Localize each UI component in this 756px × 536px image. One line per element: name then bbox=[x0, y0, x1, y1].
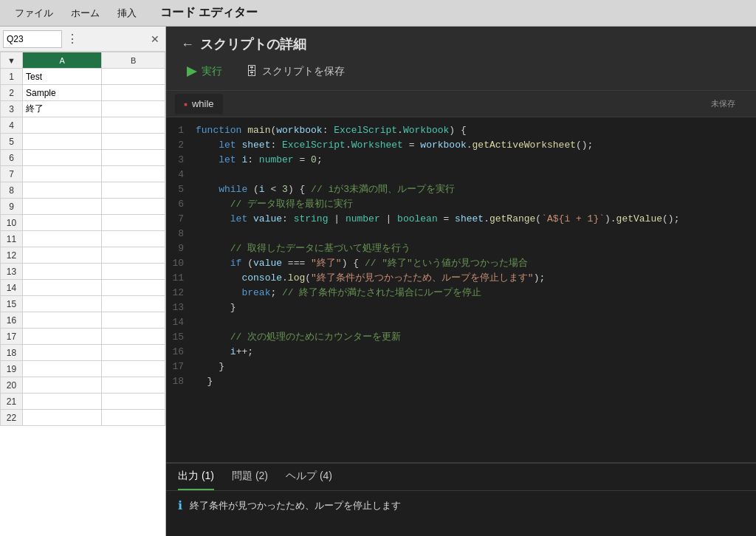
line-number: 1 bbox=[166, 123, 196, 138]
save-button[interactable]: 🗄 スクリプトを保存 bbox=[240, 62, 351, 81]
tab-file-icon: ▪ bbox=[184, 98, 188, 110]
cell-a4[interactable] bbox=[23, 117, 102, 134]
row-header: 17 bbox=[1, 329, 23, 345]
line-number: 5 bbox=[166, 182, 196, 197]
line-code: } bbox=[196, 374, 756, 389]
cell-a17[interactable] bbox=[23, 329, 102, 345]
run-button[interactable]: 実行 bbox=[181, 62, 228, 81]
cell-a3[interactable]: 終了 bbox=[23, 101, 102, 117]
cell-b5[interactable] bbox=[102, 134, 165, 150]
line-number: 4 bbox=[166, 168, 196, 182]
cell-a10[interactable] bbox=[23, 215, 102, 231]
line-number: 14 bbox=[166, 315, 196, 330]
table-row: 3 終了 bbox=[1, 101, 165, 117]
cell-a19[interactable] bbox=[23, 361, 102, 377]
cell-b14[interactable] bbox=[102, 280, 165, 296]
tab-name-label: while bbox=[192, 98, 214, 109]
bottom-tab-1[interactable]: 問題 (2) bbox=[232, 470, 268, 490]
col-header-a[interactable]: A bbox=[23, 52, 102, 69]
cell-ref-menu-icon[interactable]: ⋮ bbox=[63, 32, 81, 46]
bottom-tab-2[interactable]: ヘルプ (4) bbox=[286, 470, 332, 490]
line-code: let value: string | number | boolean = s… bbox=[196, 212, 756, 227]
cell-b20[interactable] bbox=[102, 377, 165, 394]
cell-ref-bar: ⋮ ✕ bbox=[0, 27, 165, 52]
line-number: 3 bbox=[166, 153, 196, 168]
code-line: 1function main(workbook: ExcelScript.Wor… bbox=[166, 123, 756, 138]
cell-b7[interactable] bbox=[102, 166, 165, 182]
cell-a18[interactable] bbox=[23, 345, 102, 361]
cell-ref-close-icon[interactable]: ✕ bbox=[148, 33, 162, 45]
app-title: コード エディター bbox=[160, 5, 258, 21]
save-icon: 🗄 bbox=[246, 65, 258, 78]
cell-a15[interactable] bbox=[23, 296, 102, 312]
cell-b18[interactable] bbox=[102, 345, 165, 361]
table-row: 1 Test bbox=[1, 69, 165, 85]
row-header: 22 bbox=[1, 410, 23, 426]
table-row: 19 bbox=[1, 361, 165, 377]
line-code: function main(workbook: ExcelScript.Work… bbox=[196, 123, 756, 138]
table-row: 11 bbox=[1, 231, 165, 247]
menu-insert[interactable]: 挿入 bbox=[109, 4, 145, 23]
cell-a1[interactable]: Test bbox=[23, 69, 102, 85]
info-icon: ℹ bbox=[178, 498, 182, 512]
cell-b3[interactable] bbox=[102, 101, 165, 117]
cell-b16[interactable] bbox=[102, 312, 165, 329]
bottom-content: ℹ 終了条件が見つかったため、ループを停止します bbox=[166, 491, 756, 520]
row-header: 15 bbox=[1, 296, 23, 312]
cell-b12[interactable] bbox=[102, 247, 165, 264]
bottom-tab-0[interactable]: 出力 (1) bbox=[178, 470, 214, 490]
cell-a21[interactable] bbox=[23, 394, 102, 410]
run-label: 実行 bbox=[202, 65, 222, 78]
cell-b9[interactable] bbox=[102, 199, 165, 215]
line-number: 16 bbox=[166, 345, 196, 360]
code-area[interactable]: 1function main(workbook: ExcelScript.Wor… bbox=[166, 117, 756, 462]
cell-a13[interactable] bbox=[23, 264, 102, 280]
line-number: 10 bbox=[166, 256, 196, 271]
code-line: 16 i++; bbox=[166, 345, 756, 360]
row-header: 11 bbox=[1, 231, 23, 247]
code-line: 13 } bbox=[166, 300, 756, 315]
cell-a16[interactable] bbox=[23, 312, 102, 329]
cell-b11[interactable] bbox=[102, 231, 165, 247]
cell-b2[interactable] bbox=[102, 85, 165, 101]
line-number: 2 bbox=[166, 138, 196, 153]
cell-b19[interactable] bbox=[102, 361, 165, 377]
cell-b8[interactable] bbox=[102, 182, 165, 199]
menu-file[interactable]: ファイル bbox=[6, 4, 62, 23]
cell-ref-input[interactable] bbox=[3, 30, 62, 48]
script-tab-while[interactable]: ▪ while bbox=[175, 94, 223, 114]
line-number: 6 bbox=[166, 197, 196, 212]
line-code: if (value === "終了") { // "終了"という値が見つかった場… bbox=[196, 256, 756, 271]
cell-b1[interactable] bbox=[102, 69, 165, 85]
cell-b4[interactable] bbox=[102, 117, 165, 134]
cell-b21[interactable] bbox=[102, 394, 165, 410]
cell-a5[interactable] bbox=[23, 134, 102, 150]
cell-a20[interactable] bbox=[23, 377, 102, 394]
menu-home[interactable]: ホーム bbox=[62, 4, 109, 23]
cell-b17[interactable] bbox=[102, 329, 165, 345]
cell-b6[interactable] bbox=[102, 150, 165, 166]
cell-a8[interactable] bbox=[23, 182, 102, 199]
cell-a9[interactable] bbox=[23, 199, 102, 215]
cell-a22[interactable] bbox=[23, 410, 102, 426]
table-row: 12 bbox=[1, 247, 165, 264]
cell-b22[interactable] bbox=[102, 410, 165, 426]
cell-b13[interactable] bbox=[102, 264, 165, 280]
bottom-panel: 出力 (1)問題 (2)ヘルプ (4) ℹ 終了条件が見つかったため、ループを停… bbox=[166, 462, 756, 536]
cell-b15[interactable] bbox=[102, 296, 165, 312]
cell-a6[interactable] bbox=[23, 150, 102, 166]
cell-a7[interactable] bbox=[23, 166, 102, 182]
col-header-b[interactable]: B bbox=[102, 52, 165, 69]
cell-a11[interactable] bbox=[23, 231, 102, 247]
row-header: 1 bbox=[1, 69, 23, 85]
cell-a2[interactable]: Sample bbox=[23, 85, 102, 101]
table-row: 18 bbox=[1, 345, 165, 361]
back-arrow-icon[interactable]: ← bbox=[181, 37, 194, 52]
cell-b10[interactable] bbox=[102, 215, 165, 231]
line-number: 7 bbox=[166, 212, 196, 227]
code-line: 8 bbox=[166, 227, 756, 241]
cell-a14[interactable] bbox=[23, 280, 102, 296]
row-header: 20 bbox=[1, 377, 23, 394]
cell-a12[interactable] bbox=[23, 247, 102, 264]
code-line: 7 let value: string | number | boolean =… bbox=[166, 212, 756, 227]
